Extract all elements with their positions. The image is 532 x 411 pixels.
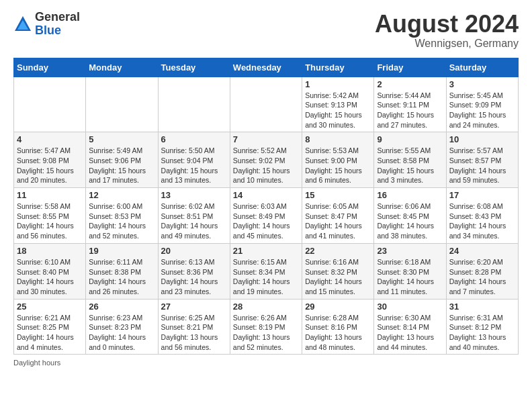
day-number: 5	[89, 134, 154, 144]
week-row-2: 11Sunrise: 5:58 AM Sunset: 8:55 PM Dayli…	[14, 188, 519, 244]
day-cell: 27Sunrise: 6:25 AM Sunset: 8:21 PM Dayli…	[158, 299, 230, 355]
calendar-header: Sunday Monday Tuesday Wednesday Thursday…	[14, 58, 519, 77]
logo-general-text: General	[35, 11, 80, 24]
day-number: 6	[161, 134, 227, 144]
day-cell: 2Sunrise: 5:44 AM Sunset: 9:11 PM Daylig…	[374, 77, 446, 132]
day-cell: 31Sunrise: 6:31 AM Sunset: 8:12 PM Dayli…	[446, 299, 518, 355]
day-cell: 15Sunrise: 6:05 AM Sunset: 8:47 PM Dayli…	[302, 188, 374, 244]
daylight-label: Daylight hours	[13, 359, 60, 367]
day-info: Sunrise: 5:42 AM Sunset: 9:13 PM Dayligh…	[305, 91, 371, 130]
day-number: 21	[233, 246, 299, 256]
day-info: Sunrise: 5:47 AM Sunset: 9:08 PM Dayligh…	[17, 146, 83, 185]
day-number: 20	[161, 246, 227, 256]
day-cell: 14Sunrise: 6:03 AM Sunset: 8:49 PM Dayli…	[230, 188, 302, 244]
day-number: 24	[449, 246, 515, 256]
day-cell: 8Sunrise: 5:53 AM Sunset: 9:00 PM Daylig…	[302, 132, 374, 188]
day-info: Sunrise: 6:10 AM Sunset: 8:40 PM Dayligh…	[17, 257, 83, 297]
day-number: 18	[17, 246, 83, 256]
day-cell: 22Sunrise: 6:16 AM Sunset: 8:32 PM Dayli…	[302, 243, 374, 299]
day-number: 17	[449, 190, 515, 200]
header: General Blue August 2024 Wennigsen, Germ…	[13, 11, 519, 50]
day-info: Sunrise: 6:23 AM Sunset: 8:23 PM Dayligh…	[89, 313, 154, 353]
week-row-1: 4Sunrise: 5:47 AM Sunset: 9:08 PM Daylig…	[14, 132, 519, 188]
day-cell: 7Sunrise: 5:52 AM Sunset: 9:02 PM Daylig…	[230, 132, 302, 188]
day-cell: 3Sunrise: 5:45 AM Sunset: 9:09 PM Daylig…	[446, 77, 518, 132]
col-thursday: Thursday	[302, 58, 374, 77]
day-number: 25	[17, 302, 83, 312]
day-number: 1	[305, 79, 371, 89]
day-number: 27	[161, 302, 227, 312]
day-cell: 4Sunrise: 5:47 AM Sunset: 9:08 PM Daylig…	[14, 132, 86, 188]
day-number: 4	[17, 134, 83, 144]
day-info: Sunrise: 6:30 AM Sunset: 8:14 PM Dayligh…	[377, 313, 443, 353]
day-number: 23	[377, 246, 443, 256]
day-cell	[230, 77, 302, 132]
day-cell: 23Sunrise: 6:18 AM Sunset: 8:30 PM Dayli…	[374, 243, 446, 299]
day-cell: 28Sunrise: 6:26 AM Sunset: 8:19 PM Dayli…	[230, 299, 302, 355]
calendar: Sunday Monday Tuesday Wednesday Thursday…	[13, 58, 519, 355]
day-number: 3	[449, 79, 515, 89]
col-sunday: Sunday	[14, 58, 86, 77]
day-info: Sunrise: 6:11 AM Sunset: 8:38 PM Dayligh…	[89, 257, 154, 297]
day-cell: 16Sunrise: 6:06 AM Sunset: 8:45 PM Dayli…	[374, 188, 446, 244]
day-cell: 26Sunrise: 6:23 AM Sunset: 8:23 PM Dayli…	[86, 299, 158, 355]
day-number: 16	[377, 190, 443, 200]
day-info: Sunrise: 5:44 AM Sunset: 9:11 PM Dayligh…	[377, 91, 443, 130]
day-number: 10	[449, 134, 515, 144]
day-cell	[158, 77, 230, 132]
day-cell: 12Sunrise: 6:00 AM Sunset: 8:53 PM Dayli…	[86, 188, 158, 244]
day-info: Sunrise: 5:57 AM Sunset: 8:57 PM Dayligh…	[449, 146, 515, 185]
day-number: 30	[377, 302, 443, 312]
day-info: Sunrise: 5:45 AM Sunset: 9:09 PM Dayligh…	[449, 91, 515, 130]
day-number: 28	[233, 302, 299, 312]
title-area: August 2024 Wennigsen, Germany	[375, 11, 519, 50]
week-row-0: 1Sunrise: 5:42 AM Sunset: 9:13 PM Daylig…	[14, 77, 519, 132]
day-info: Sunrise: 5:53 AM Sunset: 9:00 PM Dayligh…	[305, 146, 371, 185]
day-number: 31	[449, 302, 515, 312]
day-info: Sunrise: 6:00 AM Sunset: 8:53 PM Dayligh…	[89, 201, 154, 241]
day-cell: 18Sunrise: 6:10 AM Sunset: 8:40 PM Dayli…	[14, 243, 86, 299]
day-cell	[14, 77, 86, 132]
day-number: 11	[17, 190, 83, 200]
day-cell: 10Sunrise: 5:57 AM Sunset: 8:57 PM Dayli…	[446, 132, 518, 188]
day-info: Sunrise: 6:16 AM Sunset: 8:32 PM Dayligh…	[305, 257, 371, 297]
day-info: Sunrise: 6:05 AM Sunset: 8:47 PM Dayligh…	[305, 201, 371, 241]
day-cell: 11Sunrise: 5:58 AM Sunset: 8:55 PM Dayli…	[14, 188, 86, 244]
day-number: 14	[233, 190, 299, 200]
day-number: 8	[305, 134, 371, 144]
day-info: Sunrise: 5:55 AM Sunset: 8:58 PM Dayligh…	[377, 146, 443, 185]
day-cell: 9Sunrise: 5:55 AM Sunset: 8:58 PM Daylig…	[374, 132, 446, 188]
day-info: Sunrise: 5:49 AM Sunset: 9:06 PM Dayligh…	[89, 146, 154, 185]
days-of-week-row: Sunday Monday Tuesday Wednesday Thursday…	[14, 58, 519, 77]
logo-blue-text: Blue	[35, 24, 80, 38]
day-info: Sunrise: 6:18 AM Sunset: 8:30 PM Dayligh…	[377, 257, 443, 297]
day-number: 7	[233, 134, 299, 144]
day-number: 12	[89, 190, 154, 200]
day-info: Sunrise: 6:13 AM Sunset: 8:36 PM Dayligh…	[161, 257, 227, 297]
week-row-3: 18Sunrise: 6:10 AM Sunset: 8:40 PM Dayli…	[14, 243, 519, 299]
day-info: Sunrise: 6:02 AM Sunset: 8:51 PM Dayligh…	[161, 201, 227, 241]
col-monday: Monday	[86, 58, 158, 77]
day-info: Sunrise: 5:52 AM Sunset: 9:02 PM Dayligh…	[233, 146, 299, 185]
day-info: Sunrise: 6:25 AM Sunset: 8:21 PM Dayligh…	[161, 313, 227, 353]
day-number: 19	[89, 246, 154, 256]
day-number: 13	[161, 190, 227, 200]
col-saturday: Saturday	[446, 58, 518, 77]
col-friday: Friday	[374, 58, 446, 77]
day-cell: 29Sunrise: 6:28 AM Sunset: 8:16 PM Dayli…	[302, 299, 374, 355]
day-info: Sunrise: 5:50 AM Sunset: 9:04 PM Dayligh…	[161, 146, 227, 185]
logo-text: General Blue	[35, 11, 80, 38]
day-cell	[86, 77, 158, 132]
day-cell: 25Sunrise: 6:21 AM Sunset: 8:25 PM Dayli…	[14, 299, 86, 355]
day-cell: 1Sunrise: 5:42 AM Sunset: 9:13 PM Daylig…	[302, 77, 374, 132]
day-info: Sunrise: 6:15 AM Sunset: 8:34 PM Dayligh…	[233, 257, 299, 297]
day-info: Sunrise: 6:26 AM Sunset: 8:19 PM Dayligh…	[233, 313, 299, 353]
day-cell: 20Sunrise: 6:13 AM Sunset: 8:36 PM Dayli…	[158, 243, 230, 299]
day-info: Sunrise: 6:28 AM Sunset: 8:16 PM Dayligh…	[305, 313, 371, 353]
day-cell: 6Sunrise: 5:50 AM Sunset: 9:04 PM Daylig…	[158, 132, 230, 188]
day-number: 22	[305, 246, 371, 256]
day-cell: 5Sunrise: 5:49 AM Sunset: 9:06 PM Daylig…	[86, 132, 158, 188]
day-number: 26	[89, 302, 154, 312]
day-info: Sunrise: 6:03 AM Sunset: 8:49 PM Dayligh…	[233, 201, 299, 241]
day-info: Sunrise: 6:08 AM Sunset: 8:43 PM Dayligh…	[449, 201, 515, 241]
